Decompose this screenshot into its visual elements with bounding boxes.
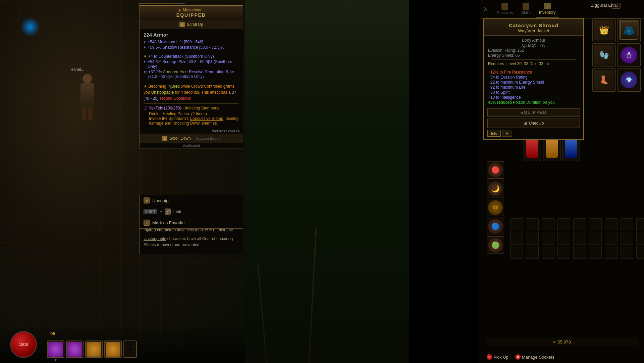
boots-icon: 👢: [594, 70, 614, 90]
level-badge: 95: [50, 331, 55, 336]
chest-slot[interactable]: 🧥: [617, 18, 641, 42]
inv-cell-3-7[interactable]: [605, 246, 618, 259]
sockets-x-icon: ✕: [515, 354, 521, 360]
scroll-up-button[interactable]: ⊞ Scroll Up: [140, 20, 243, 29]
unequip-icon: ⊞: [144, 197, 150, 203]
inv-cell-2-7[interactable]: [605, 232, 618, 245]
inventory-label: Inventory: [539, 10, 555, 15]
skill-icon-3: [87, 342, 101, 357]
masterwork-label: ▲ Masterwor...: [142, 8, 241, 12]
tab-skills[interactable]: Skills: [518, 1, 534, 17]
r-tab-label: R: [506, 131, 508, 135]
skill-slot-3[interactable]: [85, 341, 103, 358]
inv-cell-2-2[interactable]: [526, 232, 539, 245]
helm-icon: 👑: [594, 20, 614, 40]
inv-cell-3-4[interactable]: [557, 246, 570, 259]
inv-cell-1-4[interactable]: [557, 218, 570, 231]
location-label: Ziggurat En...: [591, 3, 617, 8]
skill-slot-2[interactable]: [66, 341, 84, 358]
info-tab-info[interactable]: Info: [487, 130, 501, 137]
bottom-action-bar: ✕ Pick Up ✕ Manage Sockets: [487, 354, 637, 360]
skill-slot-1[interactable]: Z: [47, 341, 64, 358]
inv-cell-2-5[interactable]: [573, 232, 586, 245]
info-tabs: Info R: [487, 130, 580, 137]
char-slot-2[interactable]: 🌙: [487, 180, 504, 197]
skill-slot-special[interactable]: ✦: [123, 341, 137, 358]
yaxtzic-block: ⬡ YaxTzic (200/250) - Imbibing Stampede …: [144, 106, 239, 126]
character-leg-left: [82, 107, 87, 120]
stat-max-life: +548 Maximum Life [509 - 548]: [144, 40, 239, 44]
character-legs: [74, 107, 101, 120]
tab-passives[interactable]: Passives: [493, 1, 516, 17]
equipped-text: EQUIPPED: [521, 110, 547, 115]
inv-cell-1-6[interactable]: [589, 218, 602, 231]
inv-cell-1-2[interactable]: [526, 218, 539, 231]
context-favorite[interactable]: ☆ Mark as Favorite: [140, 217, 243, 228]
right-nav-tabs: ⚔ Passives Skills Inventory R1 Ziggurat …: [480, 0, 644, 18]
hud-bottom: 10/10 Z ✦ T 95: [0, 323, 245, 363]
inventory-grid: [510, 218, 637, 259]
pickup-button[interactable]: ✕ Pick Up: [487, 354, 508, 360]
inv-cell-1-5[interactable]: [573, 218, 586, 231]
health-value: 10/10: [19, 343, 28, 347]
inv-cell-1-9[interactable]: [636, 218, 644, 231]
favorite-label: Mark as Favorite: [152, 220, 185, 225]
shift-key: SHIFT: [144, 209, 157, 214]
scroll-down-button[interactable]: ⊞ Scroll Down Account Bound: [140, 134, 243, 143]
context-link[interactable]: SHIFT + 🔗 Link: [140, 206, 243, 217]
char-slot-5[interactable]: 🟢: [487, 236, 504, 254]
skill-label-z: Z: [55, 359, 57, 362]
context-unequip[interactable]: ⊞ Unequip: [140, 195, 243, 206]
boots-slot[interactable]: 👢: [592, 68, 616, 92]
inv-cell-1-7[interactable]: [605, 218, 618, 231]
inv-cell-3-3[interactable]: [542, 246, 554, 259]
char-slot-1[interactable]: 🔴: [487, 161, 504, 179]
passives-label: Passives: [497, 10, 513, 15]
char-slot-4[interactable]: 🔵: [487, 218, 504, 235]
health-orb: 10/10: [10, 331, 37, 358]
gloves-slot[interactable]: 🧤: [592, 43, 616, 67]
equipped-title: EQUIPPED: [142, 12, 241, 18]
unequip-label-card: Unequip: [529, 121, 544, 126]
inv-cell-3-9[interactable]: [636, 246, 644, 259]
divider-1: [144, 52, 239, 52]
inv-cell-1-8[interactable]: [621, 218, 633, 231]
inv-cell-2-3[interactable]: [542, 232, 554, 245]
inv-cell-1-3[interactable]: [542, 218, 554, 231]
scroll-down-label: Scroll Down: [169, 136, 191, 141]
stat-spirit: +30 to Spirit: [488, 90, 579, 95]
passives-tab-icon: [501, 3, 508, 10]
item-requires: Requires: Level 30, 33 Dex, 33 Int: [488, 61, 579, 66]
manage-sockets-button[interactable]: ✕ Manage Sockets: [515, 354, 554, 360]
inv-cell-1-1[interactable]: [510, 218, 523, 231]
inv-cell-3-8[interactable]: [621, 246, 633, 259]
char-slot-5-icon: 🟢: [488, 238, 503, 253]
skill-slot-4[interactable]: [104, 341, 122, 358]
inventory-panel: ⚔ Passives Skills Inventory R1 Ziggurat …: [480, 0, 644, 363]
inventory-grid-area: [510, 218, 637, 259]
inv-cell-2-8[interactable]: [621, 232, 633, 245]
inv-cell-2-1[interactable]: [510, 232, 523, 245]
inv-cell-3-5[interactable]: [573, 246, 586, 259]
equip-row-1: 👑 🧥: [585, 18, 641, 42]
skill-icon-1: [48, 342, 63, 357]
item-card: Cataclysm Shroud Wayfarer Jacket Body Ar…: [483, 18, 584, 140]
inv-cell-3-2[interactable]: [526, 246, 539, 259]
scroll-up-label: Scroll Up: [187, 22, 203, 27]
ring2-slot[interactable]: 💎: [617, 68, 641, 92]
skill-label-t: T: [142, 351, 144, 355]
unequip-button[interactable]: ⊞ Unequip: [487, 119, 580, 128]
inv-cell-2-6[interactable]: [589, 232, 602, 245]
inv-cell-2-9[interactable]: [636, 232, 644, 245]
info-tab-r[interactable]: R: [502, 130, 512, 137]
chest-icon: 🧥: [619, 20, 639, 40]
char-slot-3[interactable]: 12: [487, 199, 504, 216]
inv-cell-3-1[interactable]: [510, 246, 523, 259]
inv-cell-2-4[interactable]: [557, 232, 570, 245]
helm-slot[interactable]: 👑: [592, 18, 616, 42]
ring1-slot[interactable]: 💍: [617, 43, 641, 67]
tab-inventory[interactable]: Inventory: [536, 1, 559, 17]
inv-cell-3-6[interactable]: [589, 246, 602, 259]
pickup-x-icon: ✕: [487, 354, 492, 360]
item-type: Body Armour: [488, 38, 579, 43]
